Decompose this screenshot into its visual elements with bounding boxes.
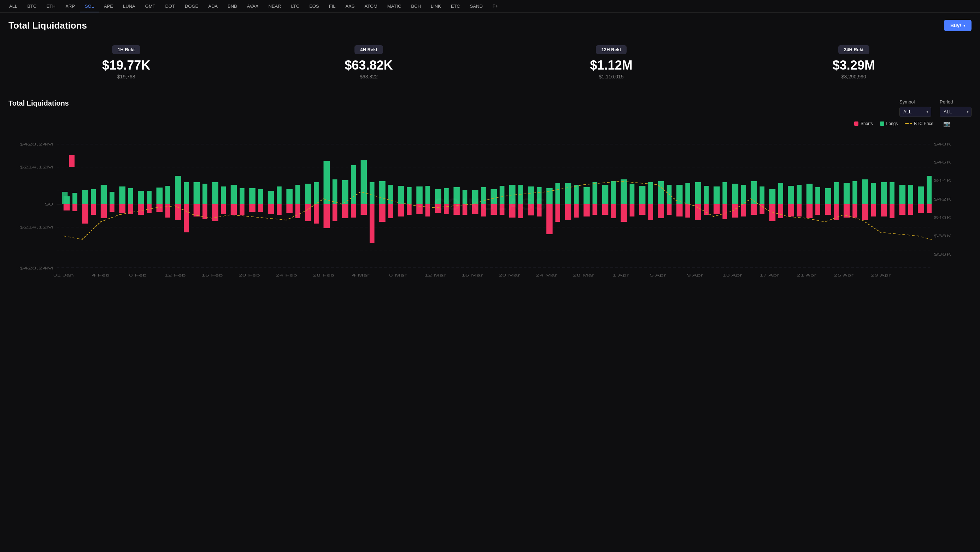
svg-rect-70: [509, 185, 515, 204]
svg-rect-135: [240, 204, 245, 216]
rekt-label-2: 12H Rekt: [596, 45, 627, 54]
svg-rect-148: [370, 182, 375, 204]
svg-rect-100: [788, 186, 794, 204]
svg-rect-203: [871, 204, 876, 216]
svg-rect-47: [286, 204, 293, 213]
svg-rect-92: [714, 187, 720, 204]
symbol-select[interactable]: ALL: [899, 107, 931, 117]
svg-rect-84: [639, 186, 646, 204]
nav-item-ape[interactable]: APE: [99, 0, 118, 13]
nav-item-gmt[interactable]: GMT: [140, 0, 161, 13]
svg-text:$428.24M: $428.24M: [19, 142, 53, 146]
btc-price-label: BTC Price: [914, 121, 933, 126]
nav-item-etc[interactable]: ETC: [446, 0, 465, 13]
svg-rect-37: [194, 204, 200, 216]
nav-item-avax[interactable]: AVAX: [242, 0, 264, 13]
svg-rect-94: [732, 184, 739, 204]
svg-rect-185: [704, 204, 709, 215]
svg-text:1 Apr: 1 Apr: [613, 273, 629, 277]
rekt-small-2: $1,116,015: [500, 74, 724, 79]
svg-rect-129: [184, 204, 189, 232]
svg-rect-160: [481, 187, 486, 204]
chart-container: COINGLASS $428.24M $214.12M: [8, 130, 972, 278]
svg-text:25 Apr: 25 Apr: [834, 273, 853, 277]
top-nav: ALLBTCETHXRPSOLAPELUNAGMTDOTDOGEADABNBAV…: [0, 0, 980, 13]
symbol-select-wrap[interactable]: ALL: [899, 107, 931, 117]
period-select-wrap[interactable]: ALL: [940, 107, 972, 117]
longs-color: [880, 122, 884, 126]
nav-item-doge[interactable]: DOGE: [180, 0, 203, 13]
nav-item-dot[interactable]: DOT: [160, 0, 180, 13]
svg-rect-149: [370, 204, 375, 243]
nav-item-bnb[interactable]: BNB: [223, 0, 242, 13]
nav-item-eth[interactable]: ETH: [41, 0, 60, 13]
svg-rect-69: [490, 204, 497, 215]
svg-rect-134: [240, 188, 245, 204]
svg-text:24 Mar: 24 Mar: [536, 273, 557, 277]
svg-rect-124: [147, 191, 152, 204]
nav-item-atom[interactable]: ATOM: [360, 0, 382, 13]
svg-rect-194: [797, 185, 802, 204]
nav-item-all[interactable]: ALL: [4, 0, 22, 13]
nav-item-luna[interactable]: LUNA: [118, 0, 140, 13]
svg-rect-158: [463, 190, 468, 204]
rekt-card-1: 4H Rekt $63.82K $63,822: [251, 40, 486, 85]
nav-item-bch[interactable]: BCH: [406, 0, 425, 13]
nav-item-btc[interactable]: BTC: [22, 0, 41, 13]
nav-item-link[interactable]: LINK: [426, 0, 446, 13]
svg-rect-170: [574, 185, 579, 204]
svg-rect-36: [194, 182, 200, 204]
svg-text:16 Mar: 16 Mar: [461, 273, 483, 277]
svg-rect-162: [500, 186, 505, 204]
buy-button[interactable]: Buy! ▾: [944, 20, 972, 31]
svg-rect-68: [490, 189, 497, 204]
rekt-card-2: 12H Rekt $1.12M $1,116,015: [494, 40, 729, 85]
svg-rect-32: [156, 187, 162, 204]
svg-rect-80: [602, 185, 609, 204]
svg-rect-42: [249, 188, 256, 204]
svg-rect-110: [881, 182, 887, 204]
svg-rect-156: [444, 188, 449, 204]
nav-item-axs[interactable]: AXS: [340, 0, 360, 13]
nav-item-matic[interactable]: MATIC: [382, 0, 406, 13]
nav-item-fil[interactable]: FIL: [324, 0, 341, 13]
svg-rect-193: [778, 204, 783, 218]
svg-rect-209: [927, 204, 932, 213]
svg-rect-133: [221, 204, 226, 214]
svg-rect-137: [258, 204, 263, 212]
svg-text:$36K: $36K: [934, 252, 952, 256]
nav-item-eos[interactable]: EOS: [304, 0, 324, 13]
nav-item-xrp[interactable]: XRP: [60, 0, 80, 13]
svg-rect-31: [138, 204, 144, 215]
nav-item-near[interactable]: NEAR: [263, 0, 286, 13]
nav-item-sand[interactable]: SAND: [465, 0, 488, 13]
svg-rect-172: [593, 182, 598, 204]
svg-rect-72: [528, 187, 535, 204]
header-row: Total Liquidations Buy! ▾: [8, 20, 972, 31]
page-title: Total Liquidations: [8, 20, 87, 31]
svg-rect-51: [323, 204, 330, 228]
svg-rect-66: [472, 190, 479, 204]
svg-text:16 Feb: 16 Feb: [202, 273, 223, 277]
nav-item-f+[interactable]: F+: [488, 0, 503, 13]
rekt-small-0: $19,768: [14, 74, 238, 79]
rekt-big-3: $3.29M: [742, 58, 966, 72]
svg-rect-142: [314, 182, 319, 204]
nav-item-sol[interactable]: SOL: [80, 0, 99, 13]
svg-rect-50: [323, 161, 330, 204]
svg-rect-83: [620, 204, 627, 222]
svg-rect-126: [165, 186, 170, 204]
rekt-small-1: $63,822: [256, 74, 480, 79]
svg-rect-58: [398, 186, 404, 204]
svg-text:21 Apr: 21 Apr: [797, 273, 816, 277]
svg-rect-127: [165, 204, 170, 217]
svg-rect-174: [611, 181, 616, 204]
nav-item-ltc[interactable]: LTC: [286, 0, 305, 13]
camera-icon[interactable]: 📷: [943, 121, 950, 127]
svg-rect-187: [722, 204, 727, 219]
period-select[interactable]: ALL: [940, 107, 972, 117]
svg-rect-120: [110, 192, 115, 204]
svg-text:8 Mar: 8 Mar: [389, 273, 407, 277]
svg-rect-189: [741, 204, 746, 216]
nav-item-ada[interactable]: ADA: [203, 0, 223, 13]
